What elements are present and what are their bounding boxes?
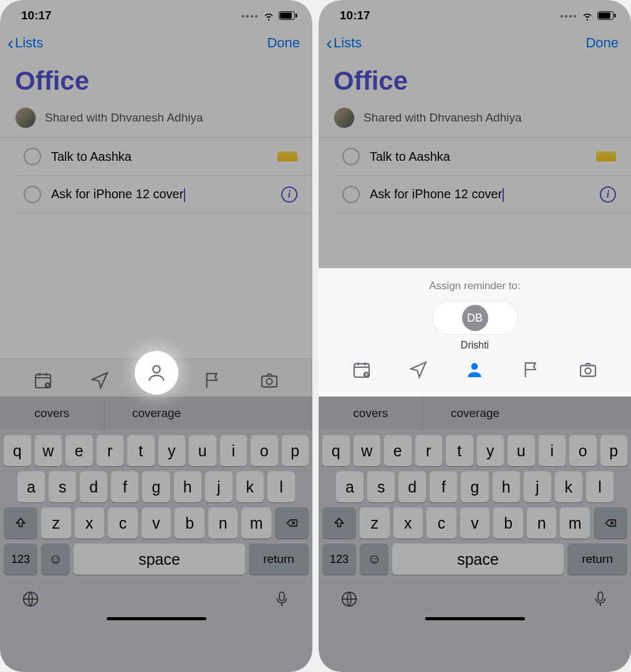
key-emoji[interactable]: ☺ (360, 544, 388, 575)
key-v[interactable]: v (142, 507, 171, 539)
reminder-text[interactable]: Ask for iPhone 12 cover (51, 187, 271, 202)
key-h[interactable]: h (174, 471, 201, 502)
key-p[interactable]: p (282, 435, 309, 466)
key-s[interactable]: s (49, 471, 76, 502)
key-f[interactable]: f (111, 471, 138, 502)
key-y[interactable]: y (158, 435, 186, 466)
reminder-row[interactable]: Ask for iPhone 12 cover i (331, 176, 631, 214)
camera-button[interactable] (257, 368, 282, 393)
key-space[interactable]: space (74, 544, 245, 575)
mic-icon[interactable] (272, 590, 291, 611)
reminder-row[interactable]: Talk to Aashka (331, 138, 631, 176)
location-button[interactable] (87, 368, 112, 393)
key-return[interactable]: return (249, 544, 309, 575)
key-return[interactable]: return (567, 544, 627, 575)
checkbox-circle[interactable] (24, 186, 41, 203)
key-i[interactable]: i (539, 435, 566, 466)
key-m[interactable]: m (560, 507, 590, 539)
location-button[interactable] (406, 357, 431, 382)
suggestion[interactable]: coverage (105, 396, 209, 430)
key-p[interactable]: p (600, 435, 628, 466)
key-space[interactable]: space (392, 544, 564, 575)
key-shift[interactable] (322, 507, 356, 539)
key-b[interactable]: b (493, 507, 523, 539)
globe-icon[interactable] (340, 590, 359, 611)
key-x[interactable]: x (393, 507, 423, 539)
key-emoji[interactable]: ☺ (41, 544, 70, 575)
reminder-row[interactable]: Ask for iPhone 12 cover i (12, 176, 312, 214)
key-a[interactable]: a (17, 471, 45, 502)
key-s[interactable]: s (367, 471, 395, 502)
mic-icon[interactable] (591, 590, 610, 611)
key-k[interactable]: k (236, 471, 264, 502)
key-z[interactable]: z (360, 507, 390, 539)
key-g[interactable]: g (142, 471, 170, 502)
key-shift[interactable] (4, 507, 37, 539)
key-b[interactable]: b (175, 507, 205, 539)
key-e[interactable]: e (384, 435, 412, 466)
back-button[interactable]: ‹ Lists (326, 34, 362, 52)
key-z[interactable]: z (41, 507, 71, 539)
reminder-text[interactable]: Ask for iPhone 12 cover (370, 187, 590, 202)
key-f[interactable]: f (430, 471, 457, 502)
reminder-row[interactable]: Talk to Aashka (12, 138, 312, 176)
key-l[interactable]: l (586, 471, 614, 502)
calendar-button[interactable] (31, 368, 55, 393)
key-n[interactable]: n (208, 507, 238, 539)
key-e[interactable]: e (65, 435, 93, 466)
key-h[interactable]: h (493, 471, 520, 502)
key-backspace[interactable] (275, 507, 309, 539)
calendar-button[interactable] (349, 357, 374, 382)
key-v[interactable]: v (460, 507, 490, 539)
checkbox-circle[interactable] (342, 186, 360, 203)
camera-button[interactable] (576, 357, 600, 382)
assign-button-highlight[interactable] (135, 351, 178, 395)
key-u[interactable]: u (508, 435, 535, 466)
done-button[interactable]: Done (585, 35, 619, 51)
suggestion[interactable]: covers (319, 396, 423, 430)
assign-person-pill[interactable]: DB (432, 301, 518, 335)
checkbox-circle[interactable] (24, 148, 41, 165)
home-indicator[interactable] (107, 617, 206, 620)
suggestion[interactable]: coverage (423, 396, 527, 430)
key-t[interactable]: t (446, 435, 473, 466)
key-123[interactable]: 123 (4, 544, 37, 575)
key-m[interactable]: m (241, 507, 271, 539)
back-button[interactable]: ‹ Lists (7, 34, 43, 52)
key-d[interactable]: d (398, 471, 426, 502)
globe-icon[interactable] (21, 590, 40, 611)
key-q[interactable]: q (322, 435, 350, 466)
key-r[interactable]: r (415, 435, 443, 466)
flag-button[interactable] (200, 368, 225, 393)
key-backspace[interactable] (594, 507, 627, 539)
key-c[interactable]: c (426, 507, 456, 539)
key-i[interactable]: i (220, 435, 248, 466)
assign-button[interactable] (462, 357, 487, 382)
key-k[interactable]: k (555, 471, 582, 502)
key-o[interactable]: o (569, 435, 597, 466)
key-w[interactable]: w (354, 435, 381, 466)
suggestion[interactable]: covers (0, 396, 105, 430)
key-c[interactable]: c (108, 507, 138, 539)
key-r[interactable]: r (97, 435, 124, 466)
key-n[interactable]: n (527, 507, 557, 539)
key-123[interactable]: 123 (322, 544, 356, 575)
key-u[interactable]: u (189, 435, 216, 466)
key-w[interactable]: w (35, 435, 62, 466)
key-j[interactable]: j (524, 471, 551, 502)
key-q[interactable]: q (4, 435, 31, 466)
key-t[interactable]: t (127, 435, 155, 466)
key-l[interactable]: l (267, 471, 295, 502)
key-x[interactable]: x (75, 507, 105, 539)
key-g[interactable]: g (461, 471, 488, 502)
checkbox-circle[interactable] (342, 148, 360, 165)
flag-button[interactable] (519, 357, 544, 382)
done-button[interactable]: Done (267, 35, 300, 51)
shared-with-row[interactable]: Shared with Dhvanesh Adhiya (319, 102, 631, 138)
home-indicator[interactable] (425, 617, 525, 620)
key-o[interactable]: o (251, 435, 278, 466)
key-j[interactable]: j (205, 471, 233, 502)
shared-with-row[interactable]: Shared with Dhvanesh Adhiya (0, 102, 312, 138)
info-icon[interactable]: i (600, 186, 616, 203)
key-a[interactable]: a (336, 471, 364, 502)
